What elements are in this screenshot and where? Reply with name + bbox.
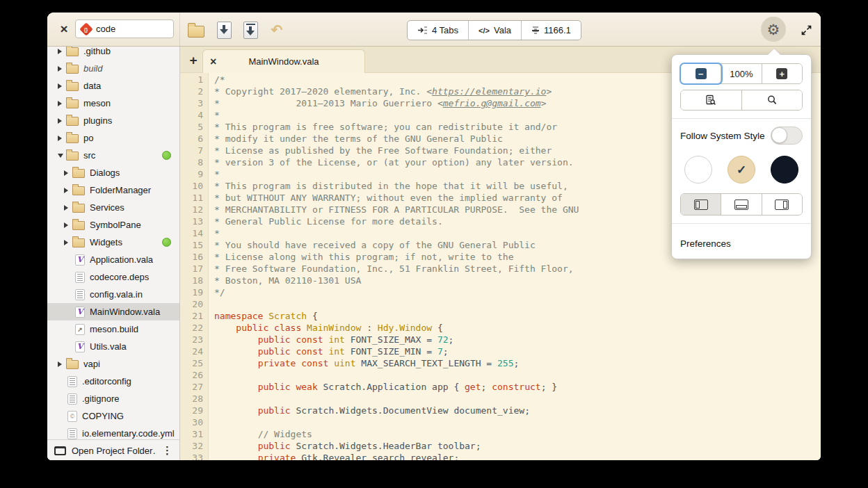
code-brackets-icon: </> (479, 26, 490, 35)
line-number: 15 (180, 239, 203, 251)
revert-document-icon: ↶ (271, 22, 283, 38)
follow-system-style-switch[interactable] (771, 127, 803, 145)
code-line[interactable] (214, 298, 821, 310)
code-line[interactable]: public class MainWindow : Hdy.Window { (214, 322, 821, 334)
revert-button[interactable]: ↶ (267, 20, 287, 40)
tree-item-copying[interactable]: ©COPYING (47, 407, 179, 425)
tree-item-src[interactable]: src (47, 147, 179, 164)
line-number: 1 (180, 74, 203, 86)
chevron-right-icon[interactable] (64, 205, 72, 211)
code-line[interactable]: * Boston, MA 02110-1301 USA (214, 275, 821, 286)
code-line[interactable]: public const int FONT_SIZE_MAX = 72; (214, 334, 821, 345)
style-solarized-option-selected[interactable]: ✓ (728, 156, 755, 184)
tab-mainwindow-vala[interactable]: × MainWindow.vala (202, 49, 365, 73)
code-line[interactable]: private const uint MAX_SEARCH_TEXT_LENGT… (214, 357, 821, 369)
tree-item-build[interactable]: build (47, 60, 179, 77)
tree-item-widgets[interactable]: Widgets (47, 234, 179, 251)
zoom-in-button[interactable]: + (762, 64, 802, 83)
code-line[interactable]: public weak Scratch.Application app { ge… (214, 381, 821, 393)
chevron-right-icon[interactable] (58, 49, 66, 54)
tree-item-vapi[interactable]: vapi (47, 355, 179, 373)
save-document-icon (217, 22, 232, 39)
project-chooser-button[interactable]: {} code (75, 19, 174, 38)
folder-icon (72, 238, 85, 247)
code-line[interactable]: public Scratch.Widgets.DocumentView docu… (214, 405, 821, 416)
chevron-right-icon[interactable] (58, 361, 66, 367)
tree-item-meson[interactable]: meson (47, 95, 179, 112)
tree-item-utils-vala[interactable]: VUtils.vala (47, 338, 179, 355)
new-tab-button[interactable]: + (184, 49, 202, 72)
tree-item-data[interactable]: data (47, 77, 179, 95)
chevron-right-icon[interactable] (58, 118, 66, 124)
tree-item-foldermanager[interactable]: FolderManager (47, 181, 179, 199)
tree-item-config-vala-in[interactable]: config.vala.in (47, 286, 179, 303)
find-button[interactable] (742, 90, 803, 110)
code-line[interactable]: */ (214, 286, 821, 298)
code-line[interactable] (214, 369, 821, 381)
code-line[interactable]: public Scratch.Widgets.HeaderBar toolbar… (214, 440, 821, 452)
tree-item-po[interactable]: po (47, 129, 179, 147)
folder-icon (66, 99, 79, 108)
chevron-right-icon[interactable] (58, 66, 66, 72)
line-goto-button[interactable]: 1166.1 (522, 21, 581, 40)
zoom-level-button[interactable]: 100% (721, 64, 762, 83)
code-line[interactable] (214, 393, 821, 405)
tree-item-services[interactable]: Services (47, 199, 179, 216)
toggle-bottom-panel-button[interactable] (721, 194, 762, 215)
fullscreen-button[interactable] (798, 22, 814, 38)
tabs-icon (417, 26, 428, 35)
chevron-right-icon[interactable] (64, 222, 72, 228)
line-number-icon (531, 26, 540, 35)
toggle-right-panel-button[interactable] (762, 194, 802, 215)
tree-item-label: codecore.deps (90, 272, 149, 282)
preferences-menuitem[interactable]: Preferences (680, 231, 803, 250)
chevron-right-icon[interactable] (58, 136, 66, 141)
zoom-out-button[interactable]: − (681, 64, 721, 83)
git-status-badge (162, 238, 171, 247)
open-project-folder-button[interactable]: Open Project Folder… (72, 446, 156, 456)
line-number: 12 (180, 204, 203, 215)
tree-item-application-vala[interactable]: VApplication.vala (47, 251, 179, 268)
save-as-button[interactable] (241, 20, 260, 40)
chevron-down-icon[interactable] (58, 154, 66, 158)
code-line[interactable] (214, 416, 821, 428)
code-line[interactable]: * Free Software Foundation, Inc., 51 Fra… (214, 263, 821, 275)
window-close-button[interactable]: × (56, 21, 72, 38)
toggle-left-panel-button[interactable] (681, 194, 721, 215)
line-number: 2 (180, 86, 203, 97)
language-button[interactable]: </> Vala (469, 21, 522, 40)
open-file-button[interactable] (186, 20, 206, 40)
style-dark-option[interactable] (771, 156, 798, 184)
follow-system-style-label: Follow System Style (680, 131, 765, 141)
code-line[interactable]: public const int FONT_SIZE_MIN = 7; (214, 345, 821, 357)
folder-icon (66, 152, 79, 161)
chevron-right-icon[interactable] (64, 240, 72, 245)
tree-item-dialogs[interactable]: Dialogs (47, 164, 179, 181)
chevron-right-icon[interactable] (64, 170, 72, 176)
tree-item-symbolpane[interactable]: SymbolPane (47, 216, 179, 234)
popover-separator (672, 118, 811, 119)
settings-menu-button[interactable]: ⚙ (761, 17, 786, 42)
chevron-right-icon[interactable] (58, 101, 66, 106)
tree-item-mainwindow-vala[interactable]: VMainWindow.vala (47, 303, 179, 320)
tree-item--editorconfig[interactable]: .editorconfig (47, 373, 179, 390)
tree-item--gitignore[interactable]: .gitignore (47, 390, 179, 407)
chevron-right-icon[interactable] (64, 188, 72, 193)
tree-item-meson-build[interactable]: ↗meson.build (47, 320, 179, 338)
tab-close-icon[interactable]: × (210, 56, 223, 68)
tabs-overview-button[interactable]: 4 Tabs (408, 21, 469, 40)
code-line[interactable]: private Gtk.Revealer search_revealer; (214, 452, 821, 460)
code-line[interactable]: namespace Scratch { (214, 310, 821, 322)
chevron-right-icon[interactable] (58, 83, 66, 89)
tree-item-io-elementary-code-yml[interactable]: io.elementary.code.yml (47, 425, 179, 439)
find-in-project-button[interactable] (681, 90, 742, 110)
tree-item-plugins[interactable]: plugins (47, 112, 179, 129)
tree-item-codecore-deps[interactable]: codecore.deps (47, 268, 179, 286)
sidebar-menu-button[interactable]: ⋮ (162, 444, 172, 457)
style-light-option[interactable] (684, 156, 712, 184)
check-icon: ✓ (737, 163, 746, 177)
line-number: 27 (180, 381, 203, 393)
code-line[interactable]: // Widgets (214, 428, 821, 440)
save-button[interactable] (214, 20, 234, 40)
headerbar: × {} code ↶ 4 Tabs </> (47, 13, 821, 47)
